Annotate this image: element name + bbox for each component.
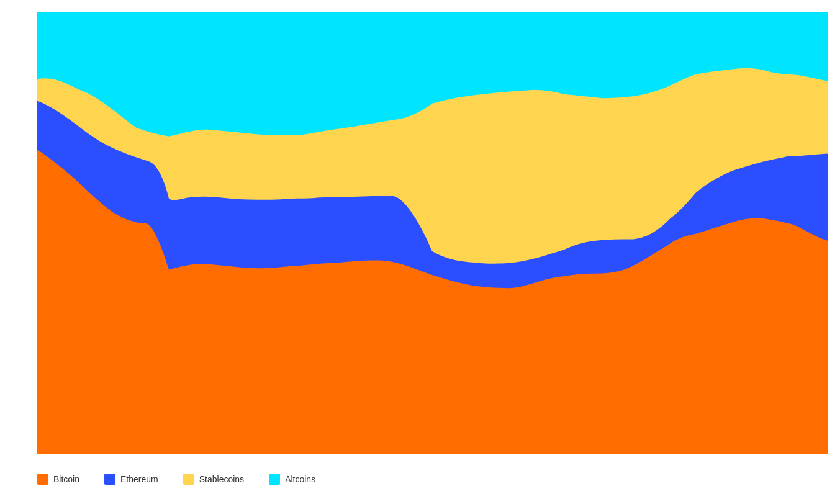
legend-item-ethereum: Ethereum	[104, 474, 158, 485]
chart-area: 100% 90% 80% 70% 60% 50% 40% 30% 20% 10%…	[0, 0, 840, 454]
legend-label-bitcoin: Bitcoin	[53, 474, 79, 484]
legend-color-altcoins	[269, 474, 280, 485]
legend-color-ethereum	[104, 474, 115, 485]
chart-legend: Bitcoin Ethereum Stablecoins Altcoins	[0, 454, 840, 504]
legend-label-ethereum: Ethereum	[120, 474, 158, 484]
chart-container: 100% 90% 80% 70% 60% 50% 40% 30% 20% 10%…	[0, 0, 840, 504]
chart-svg: 100% 90% 80% 70% 60% 50% 40% 30% 20% 10%…	[37, 12, 828, 454]
legend-item-stablecoins: Stablecoins	[183, 474, 244, 485]
legend-label-stablecoins: Stablecoins	[199, 474, 244, 484]
legend-item-altcoins: Altcoins	[269, 474, 315, 485]
legend-color-stablecoins	[183, 474, 194, 485]
legend-label-altcoins: Altcoins	[285, 474, 315, 484]
legend-color-bitcoin	[37, 474, 48, 485]
legend-item-bitcoin: Bitcoin	[37, 474, 79, 485]
